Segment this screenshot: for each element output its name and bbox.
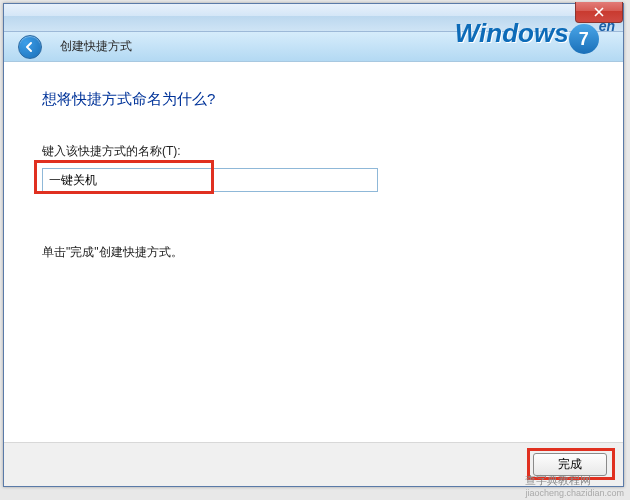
wizard-question: 想将快捷方式命名为什么? xyxy=(42,90,585,109)
finish-button[interactable]: 完成 xyxy=(533,453,607,476)
wizard-content: 想将快捷方式命名为什么? 键入该快捷方式的名称(T): 单击"完成"创建快捷方式… xyxy=(4,62,623,261)
instruction-text: 单击"完成"创建快捷方式。 xyxy=(42,244,585,261)
back-button[interactable] xyxy=(18,35,42,59)
shortcut-name-input[interactable] xyxy=(42,168,378,192)
wizard-header: 创建快捷方式 xyxy=(4,32,623,62)
input-wrap xyxy=(42,168,378,192)
back-arrow-icon xyxy=(24,41,36,53)
titlebar xyxy=(4,4,623,32)
wizard-window: 创建快捷方式 Windows7en 想将快捷方式命名为什么? 键入该快捷方式的名… xyxy=(3,3,624,487)
wizard-footer: 完成 xyxy=(4,442,623,486)
input-label: 键入该快捷方式的名称(T): xyxy=(42,143,585,160)
wizard-title: 创建快捷方式 xyxy=(60,38,132,55)
close-button[interactable] xyxy=(575,2,623,23)
close-icon xyxy=(594,7,604,17)
